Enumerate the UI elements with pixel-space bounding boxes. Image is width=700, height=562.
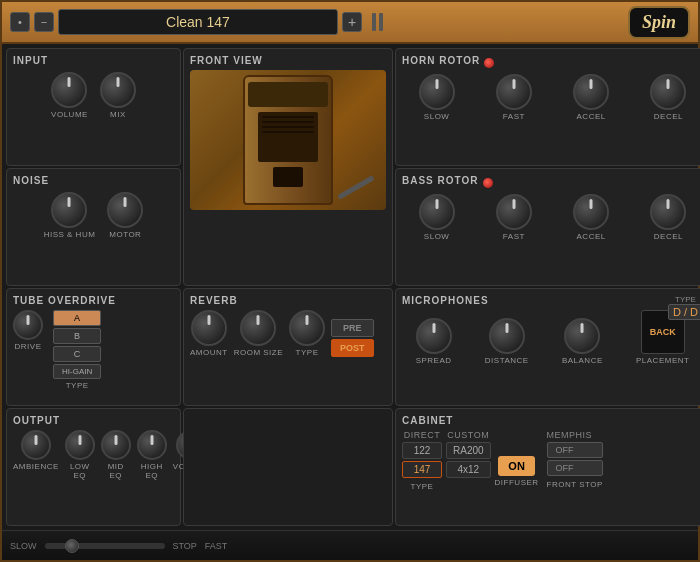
mic-knobs: SPREAD DISTANCE BALANCE BACK PLACEMENT [402, 310, 700, 365]
cabinet-3d [243, 75, 333, 205]
reverb-inner: AMOUNT ROOM SIZE TYPE PRE POST [190, 310, 386, 357]
bottom-bar: SLOW STOP FAST [2, 530, 698, 560]
tube-btn-b[interactable]: B [53, 328, 101, 344]
horn-decel-knob[interactable] [650, 74, 686, 110]
custom-val4[interactable]: 4x12 [446, 461, 491, 478]
horn-title-row: HORN ROTOR [402, 55, 700, 70]
type-label: TYPE [668, 295, 700, 304]
mic-title: MICROPHONES [402, 295, 700, 306]
pause-button[interactable] [366, 13, 389, 31]
spread-label: SPREAD [416, 356, 452, 365]
direct-val3[interactable]: 147 [402, 461, 442, 478]
mix-label: MIX [110, 110, 126, 119]
tube-inner: DRIVE A B C HI-GAIN TYPE [13, 310, 174, 390]
preset-name[interactable]: Clean 147 [58, 9, 338, 35]
room-size-knob[interactable] [240, 310, 276, 346]
ambience-knob[interactable] [21, 430, 51, 460]
output-knobs: AMBIENCE LOW EQ MID EQ HIGH EQ VOLUME [13, 430, 174, 480]
drive-knob[interactable] [13, 310, 43, 340]
on-button[interactable]: ON [498, 456, 535, 476]
balance-knob[interactable] [564, 318, 600, 354]
bass-accel-label: ACCEL [577, 232, 606, 241]
pre-post-buttons: PRE POST [331, 319, 374, 357]
input-panel: INPUT VOLUME MIX [6, 48, 181, 166]
horn-slow-knob-group: SLOW [419, 74, 455, 121]
bass-knobs: SLOW FAST ACCEL DECEL [402, 194, 700, 241]
speed-slider-track[interactable] [45, 543, 165, 549]
plus-button[interactable]: + [342, 12, 362, 32]
post-button[interactable]: POST [331, 339, 374, 357]
pre-button[interactable]: PRE [331, 319, 374, 337]
reverb-type-knob[interactable] [289, 310, 325, 346]
main-content: INPUT VOLUME MIX NOISE HISS & HUM [2, 44, 698, 530]
tube-panel: TUBE OVERDRIVE DRIVE A B C HI-GAIN TYPE [6, 288, 181, 406]
noise-panel: NOISE HISS & HUM MOTOR [6, 168, 181, 286]
memphis-off1-btn[interactable]: OFF [547, 442, 603, 458]
spin-logo: Spin [628, 6, 690, 39]
grill-line-1 [262, 116, 314, 118]
mid-eq-knob-group: MID EQ [101, 430, 131, 480]
horn-rotor-panel: HORN ROTOR SLOW FAST ACCEL DEC [395, 48, 700, 166]
horn-accel-knob-group: ACCEL [573, 74, 609, 121]
spread-knob[interactable] [416, 318, 452, 354]
horn-fast-knob[interactable] [496, 74, 532, 110]
grill-line-3 [262, 126, 314, 128]
bass-slow-knob[interactable] [419, 194, 455, 230]
high-eq-knob[interactable] [137, 430, 167, 460]
direct-val1[interactable]: 122 [402, 442, 442, 459]
volume-knob-group: VOLUME [51, 72, 88, 119]
tube-btn-higain[interactable]: HI-GAIN [53, 364, 101, 379]
microphones-panel: MICROPHONES TYPE D / D SPREAD DISTANCE B… [395, 288, 700, 406]
hiss-knob[interactable] [51, 192, 87, 228]
mid-eq-label: MID EQ [101, 462, 131, 480]
bass-fast-knob[interactable] [496, 194, 532, 230]
bass-accel-knob[interactable] [573, 194, 609, 230]
mic-arm [337, 175, 374, 199]
tube-btn-a[interactable]: A [53, 310, 101, 326]
horn-slow-knob[interactable] [419, 74, 455, 110]
horn-decel-label: DECEL [654, 112, 683, 121]
motor-knob[interactable] [107, 192, 143, 228]
balance-knob-group: BALANCE [562, 318, 603, 365]
distance-knob-group: DISTANCE [485, 318, 529, 365]
type-value[interactable]: D / D [668, 304, 700, 320]
type-footer-label: TYPE [402, 482, 442, 491]
top-bar-left: • − Clean 147 + [10, 9, 389, 35]
cabinet-title: CABINET [402, 415, 700, 426]
direct-col: DIRECT 122 147 TYPE [402, 430, 442, 491]
memphis-off2-btn[interactable]: OFF [547, 460, 603, 476]
bass-decel-knob[interactable] [650, 194, 686, 230]
low-eq-knob[interactable] [65, 430, 95, 460]
horn-title: HORN ROTOR [402, 55, 480, 66]
main-container: • − Clean 147 + Spin INPUT VOLUME [0, 0, 700, 562]
motor-label: MOTOR [109, 230, 141, 239]
bass-decel-label: DECEL [654, 232, 683, 241]
distance-knob[interactable] [489, 318, 525, 354]
horn-accel-knob[interactable] [573, 74, 609, 110]
custom-val2[interactable]: RA200 [446, 442, 491, 459]
grill-line-2 [262, 121, 314, 123]
reverb-type-label: TYPE [296, 348, 319, 357]
horn-decel-knob-group: DECEL [650, 74, 686, 121]
ambience-knob-group: AMBIENCE [13, 430, 59, 480]
pause-bar-left [372, 13, 376, 31]
ellipsis-button[interactable]: • [10, 12, 30, 32]
minus-button[interactable]: − [34, 12, 54, 32]
tube-btn-c[interactable]: C [53, 346, 101, 362]
spread-knob-group: SPREAD [416, 318, 452, 365]
output-panel: OUTPUT AMBIENCE LOW EQ MID EQ HIGH EQ [6, 408, 181, 526]
hiss-knob-group: HISS & HUM [44, 192, 96, 239]
bass-slow-label: SLOW [424, 232, 450, 241]
top-bar: • − Clean 147 + Spin [2, 2, 698, 44]
mix-knob[interactable] [100, 72, 136, 108]
volume-knob[interactable] [51, 72, 87, 108]
mix-knob-group: MIX [100, 72, 136, 119]
horn-fast-label: FAST [503, 112, 525, 121]
horn-led [484, 58, 494, 68]
amount-knob[interactable] [191, 310, 227, 346]
mid-eq-knob[interactable] [101, 430, 131, 460]
speed-slider-thumb[interactable] [65, 539, 79, 553]
bass-accel-knob-group: ACCEL [573, 194, 609, 241]
cabinet-inner: DIRECT 122 147 TYPE CUSTOM RA200 4x12 ON… [402, 430, 700, 491]
bass-decel-knob-group: DECEL [650, 194, 686, 241]
